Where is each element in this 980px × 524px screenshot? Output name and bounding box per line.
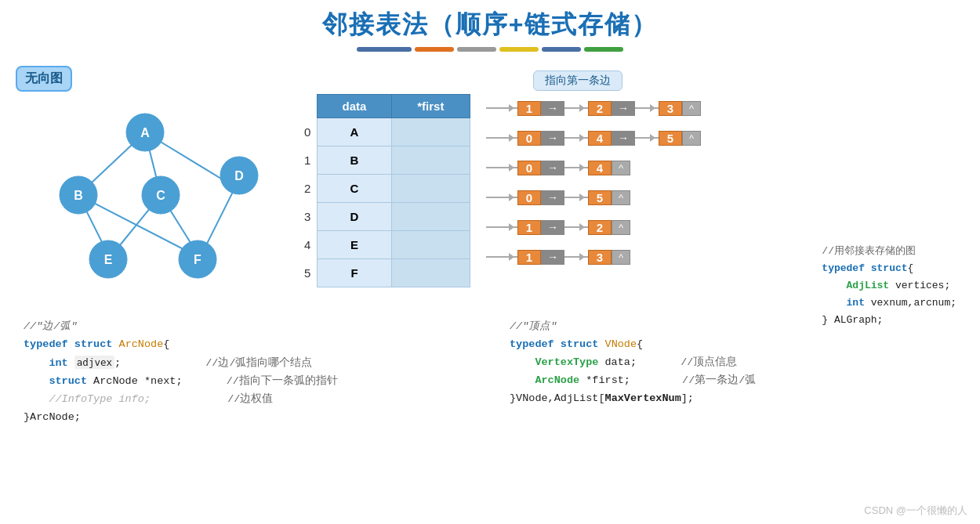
chain-node: 5 ^ xyxy=(588,190,630,205)
chain-row-2: 0 4 ^ xyxy=(486,154,964,182)
adj-table: data *first 0 A 1 B xyxy=(298,94,470,287)
nb-num: 2 xyxy=(588,101,612,116)
chain-row-1: 0 4 5 ^ xyxy=(486,124,964,152)
table-area: data *first 0 A 1 B xyxy=(298,94,470,287)
svg-text:E: E xyxy=(104,253,113,266)
main-area: 无向图 xyxy=(16,66,964,304)
code-vnode-line1: typedef struct VNode{ xyxy=(510,336,964,354)
bottom-code-area: //"边/弧" typedef struct ArcNode{ int adjv… xyxy=(16,318,964,427)
nb-arr xyxy=(612,101,635,116)
inter-arrow xyxy=(564,167,588,168)
inter-arrow xyxy=(635,107,659,109)
nb-num: 1 xyxy=(517,220,541,235)
graph-svg: A B C D E F xyxy=(16,81,282,301)
watermark: CSDN @一个很懒的人 xyxy=(864,504,967,518)
table-row: 0 A xyxy=(298,118,470,146)
nb-arr xyxy=(541,161,564,175)
chain-node: 2 xyxy=(588,101,635,116)
chain-node: 3 ^ xyxy=(588,250,630,265)
row-idx-0: 0 xyxy=(298,118,318,146)
svg-text:D: D xyxy=(234,169,244,182)
row-data-2: C xyxy=(318,175,391,203)
chain-node: 5 ^ xyxy=(659,131,701,146)
svg-text:C: C xyxy=(156,189,165,202)
color-seg-6 xyxy=(584,47,623,52)
col-data: data xyxy=(318,95,391,118)
chain-node: 1 xyxy=(517,101,564,116)
code-algraph-line1: typedef struct{ xyxy=(822,260,956,277)
graph-label: 无向图 xyxy=(16,66,72,92)
color-seg-1 xyxy=(357,47,412,52)
code-arc-line5: }ArcNode; xyxy=(24,409,478,427)
nb-num: 0 xyxy=(517,161,541,175)
nb-null: ^ xyxy=(612,190,630,205)
code-arc-comment: //"边/弧" xyxy=(24,318,478,336)
chain-node: 1 xyxy=(517,220,564,235)
col-first: *first xyxy=(391,95,470,118)
code-algraph-line2: AdjList vertices; xyxy=(822,277,956,295)
svg-text:A: A xyxy=(140,126,150,139)
chain-row-3: 0 5 ^ xyxy=(486,183,964,211)
chain-arrow-4 xyxy=(486,226,517,228)
nb-num: 1 xyxy=(517,101,541,116)
row-data-0: A xyxy=(318,118,391,146)
nb-num: 2 xyxy=(588,220,612,235)
row-idx-3: 3 xyxy=(298,203,318,231)
inter-arrow xyxy=(564,197,588,198)
nb-num: 3 xyxy=(659,101,682,116)
nb-num: 4 xyxy=(588,131,612,146)
chain-arrow-3 xyxy=(486,197,517,198)
nb-null: ^ xyxy=(682,101,701,116)
code-vnode-line3: ArcNode *first; //第一条边/弧 xyxy=(510,372,964,390)
chain-arrow-0 xyxy=(486,107,517,109)
color-seg-4 xyxy=(499,47,539,52)
chain-arrow-5 xyxy=(486,256,517,258)
nb-num: 1 xyxy=(517,250,541,265)
inter-arrow xyxy=(564,256,588,258)
inter-arrow xyxy=(564,137,588,139)
code-algraph-comment: //用邻接表存储的图 xyxy=(822,243,956,260)
code-vnode: //"顶点" typedef struct VNode{ VertexType … xyxy=(510,318,964,427)
nb-null: ^ xyxy=(612,250,630,265)
chain-row-0: 1 2 3 ^ xyxy=(486,94,964,122)
row-first-1 xyxy=(391,146,470,175)
page-container: 邻接表法（顺序+链式存储） 无向图 xyxy=(0,0,980,524)
row-first-0 xyxy=(391,118,470,146)
svg-text:B: B xyxy=(74,189,83,202)
inter-arrow xyxy=(564,107,588,109)
row-data-1: B xyxy=(318,146,391,175)
nb-arr xyxy=(541,220,564,235)
nb-num: 0 xyxy=(517,190,541,205)
page-title: 邻接表法（顺序+链式存储） xyxy=(16,8,964,42)
code-arcnode: //"边/弧" typedef struct ArcNode{ int adjv… xyxy=(24,318,478,427)
code-arc-line4: //InfoType info; //边权值 xyxy=(24,391,478,409)
table-row: 1 B xyxy=(298,146,470,175)
row-data-4: E xyxy=(318,231,391,259)
row-first-5 xyxy=(391,259,470,287)
chain-row-4: 1 2 ^ xyxy=(486,213,964,241)
table-row: 2 C xyxy=(298,175,470,203)
nb-arr xyxy=(541,250,564,265)
nb-num: 5 xyxy=(659,131,682,146)
chain-node: 2 ^ xyxy=(588,220,630,235)
nb-arr xyxy=(541,101,564,116)
row-idx-1: 1 xyxy=(298,146,318,175)
row-first-3 xyxy=(391,203,470,231)
table-row: 3 D xyxy=(298,203,470,231)
code-algraph: //用邻接表存储的图 typedef struct{ AdjList verti… xyxy=(822,243,956,329)
svg-text:F: F xyxy=(194,253,201,266)
nb-arr xyxy=(541,190,564,205)
inter-arrow xyxy=(635,137,659,139)
chain-node: 4 xyxy=(588,131,635,146)
nb-num: 0 xyxy=(517,131,541,146)
nb-null: ^ xyxy=(682,131,701,146)
color-seg-2 xyxy=(415,47,454,52)
code-algraph-line4: } ALGraph; xyxy=(822,312,956,329)
color-bar xyxy=(16,47,964,52)
chain-node: 0 xyxy=(517,190,564,205)
color-seg-5 xyxy=(542,47,581,52)
chain-arrow-2 xyxy=(486,167,517,168)
nb-null: ^ xyxy=(612,220,630,235)
graph-area: 无向图 xyxy=(16,66,282,304)
row-data-3: D xyxy=(318,203,391,231)
